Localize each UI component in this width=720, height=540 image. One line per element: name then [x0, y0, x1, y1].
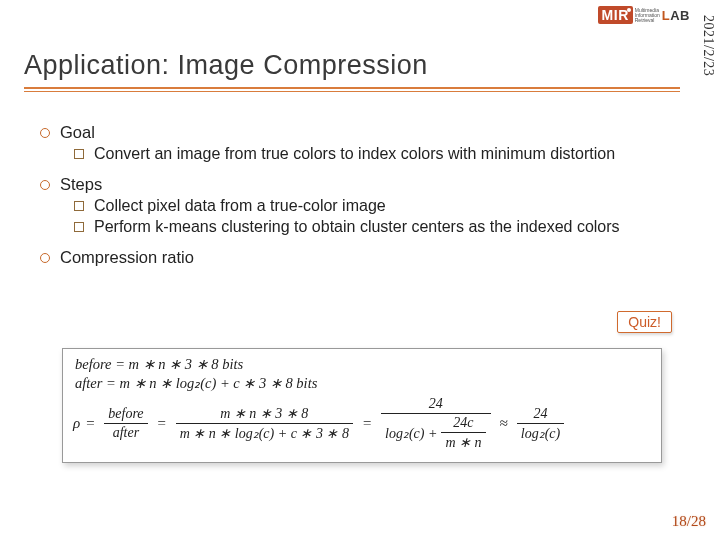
slide-date: 2021/2/23: [700, 15, 716, 76]
formula-rho-line: ρ = before after = m ∗ n ∗ 3 ∗ 8 m ∗ n ∗…: [73, 396, 651, 451]
frac-expanded: m ∗ n ∗ 3 ∗ 8 m ∗ n ∗ log₂(c) + c ∗ 3 ∗ …: [176, 405, 353, 442]
quiz-badge: Quiz!: [617, 311, 672, 333]
frac-before-after: before after: [104, 406, 147, 441]
formula-after-line: after = m ∗ n ∗ log₂(c) + c ∗ 3 ∗ 8 bits: [75, 375, 651, 392]
frac-approx: 24 log₂(c): [517, 406, 564, 442]
logo-lab-text: LAB: [662, 8, 690, 23]
steps-item-1: Collect pixel data from a true-color ima…: [72, 196, 684, 216]
formula-before-line: before = m ∗ n ∗ 3 ∗ 8 bits: [75, 356, 651, 373]
mir-lab-logo: MIR Multimedia Information Retrieval LAB: [598, 6, 690, 24]
slide-title: Application: Image Compression: [24, 50, 680, 81]
logo-mir-text: MIR: [598, 6, 633, 24]
title-area: Application: Image Compression: [24, 50, 680, 92]
formula-box: before = m ∗ n ∗ 3 ∗ 8 bits after = m ∗ …: [62, 348, 662, 463]
body-content: Goal Convert an image from true colors t…: [38, 118, 684, 269]
frac-simplified: 24 log₂(c) + 24c m ∗ n: [381, 396, 491, 451]
rho-symbol: ρ: [73, 415, 80, 432]
title-rule-thick: [24, 87, 680, 89]
section-goal: Goal: [38, 122, 684, 142]
equals-3: =: [362, 415, 372, 432]
section-compression-ratio: Compression ratio: [38, 247, 684, 267]
title-rule-thin: [24, 91, 680, 92]
slide: MIR Multimedia Information Retrieval LAB…: [0, 0, 720, 540]
goal-item-1: Convert an image from true colors to ind…: [72, 144, 684, 164]
logo-subtext: Multimedia Information Retrieval: [635, 8, 660, 23]
approx-symbol: ≈: [500, 415, 508, 432]
equals-1: =: [85, 415, 95, 432]
equals-2: =: [157, 415, 167, 432]
page-number: 18/28: [672, 513, 706, 530]
section-steps: Steps: [38, 174, 684, 194]
steps-item-2: Perform k-means clustering to obtain clu…: [72, 217, 684, 237]
